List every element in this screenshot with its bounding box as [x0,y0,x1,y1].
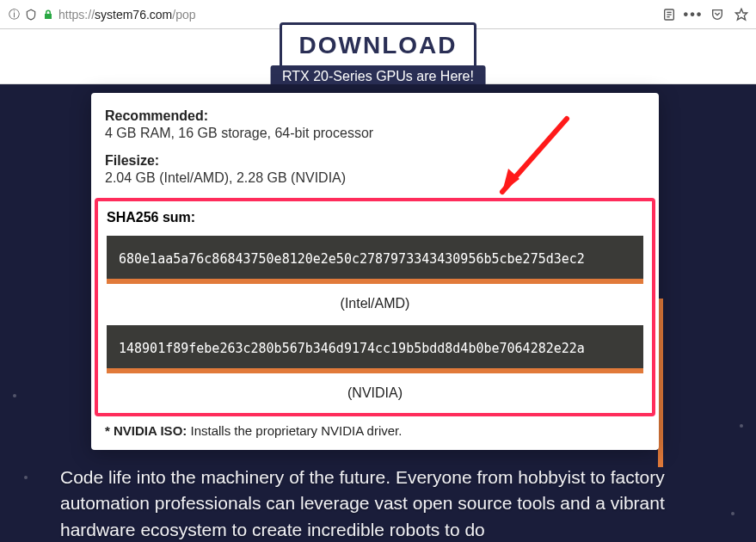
hash-caption-nvidia: (NVIDIA) [107,385,643,401]
url-area[interactable]: ⓘ https://system76.com/pop [7,8,656,22]
nvidia-note: * NVIDIA ISO: Installs the proprietary N… [91,423,659,438]
hash-caption-intel: (Intel/AMD) [107,296,643,311]
hash-nvidia[interactable]: 148901f89febe263c280b567b346d9174cc19b5b… [107,325,643,373]
svg-marker-4 [735,9,747,20]
pocket-icon[interactable] [710,7,725,22]
bookmark-star-icon[interactable] [734,7,749,22]
toolbar-right: ••• [661,7,749,22]
reader-mode-icon[interactable] [661,7,677,22]
sha256-highlight-box: SHA256 sum: 680e1aa5a76c86843750e8120e2e… [95,198,655,416]
body-paragraph: Code life into the machinery of the futu… [60,465,670,542]
more-icon[interactable]: ••• [685,7,701,22]
shield-icon[interactable] [24,8,38,22]
hash-intel-amd[interactable]: 680e1aa5a76c86843750e8120e2e50c278797334… [107,236,643,284]
lock-icon[interactable] [41,8,55,22]
url-text[interactable]: https://system76.com/pop [58,8,196,22]
info-icon[interactable]: ⓘ [7,8,21,22]
page-header: DOWNLOAD RTX 20-Series GPUs are Here! [0,29,756,84]
annotation-arrow-icon [481,110,584,213]
